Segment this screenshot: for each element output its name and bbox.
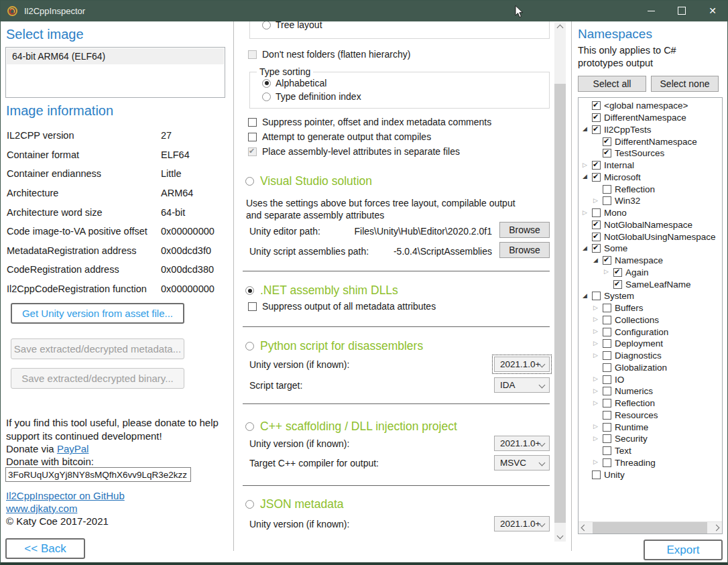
- shim-dlls-option[interactable]: .NET assembly shim DLLs: [245, 284, 398, 298]
- flatten-hierarchy-checkbox[interactable]: [248, 50, 257, 59]
- alphabetical-option[interactable]: Alphabetical: [262, 78, 326, 88]
- namespace-checkbox[interactable]: [603, 339, 611, 348]
- namespace-checkbox[interactable]: [592, 208, 601, 217]
- expander-icon[interactable]: [583, 209, 592, 216]
- namespace-checkbox[interactable]: [603, 328, 611, 336]
- tree-item[interactable]: Win32: [579, 195, 722, 207]
- namespace-checkbox[interactable]: [592, 125, 601, 134]
- back-button[interactable]: << Back: [5, 538, 85, 559]
- tree-item[interactable]: Reflection: [579, 397, 722, 410]
- flatten-hierarchy-option[interactable]: Don't nest folders (flatten hierarchy): [248, 48, 410, 60]
- option-checkbox[interactable]: [248, 133, 257, 141]
- expander-icon[interactable]: [593, 435, 603, 442]
- tree-item[interactable]: SameLeafName: [579, 278, 722, 290]
- maximize-button[interactable]: [666, 0, 697, 21]
- scrollbar-thumb[interactable]: [554, 84, 566, 523]
- alphabetical-radio[interactable]: [262, 79, 271, 88]
- namespace-checkbox[interactable]: [603, 256, 611, 265]
- scroll-left-button[interactable]: [579, 522, 590, 533]
- tree-item[interactable]: Reflection: [579, 183, 722, 195]
- namespace-checkbox[interactable]: [613, 268, 622, 277]
- tree-item[interactable]: NotGlobalNamespace: [579, 219, 722, 231]
- expander-icon[interactable]: [583, 125, 592, 132]
- unity-script-assemblies-value[interactable]: -5.0.4\ScriptAssemblies: [393, 246, 492, 257]
- namespace-checkbox[interactable]: [592, 161, 601, 170]
- option-checkbox-row[interactable]: Attempt to generate output that compiles: [248, 129, 555, 144]
- shim-dlls-radio[interactable]: [245, 286, 254, 295]
- tree-item[interactable]: Deployment: [579, 338, 722, 350]
- tree-item[interactable]: Namespace: [579, 255, 722, 267]
- option-checkbox[interactable]: [248, 147, 257, 156]
- namespace-checkbox[interactable]: [603, 434, 611, 443]
- python-script-radio[interactable]: [245, 342, 254, 351]
- bitcoin-address-input[interactable]: [5, 467, 191, 482]
- type-def-index-option[interactable]: Type definition index: [262, 91, 361, 102]
- browse-assemblies-path-button[interactable]: Browse: [499, 242, 550, 258]
- namespace-checkbox[interactable]: [603, 351, 611, 360]
- scrollbar-thumb[interactable]: [593, 522, 707, 533]
- json-metadata-option[interactable]: JSON metadata: [245, 497, 344, 511]
- expander-icon[interactable]: [583, 162, 592, 168]
- tree-item[interactable]: Unity: [579, 468, 722, 481]
- cpp-scaffolding-option[interactable]: C++ scaffolding / DLL injection project: [245, 420, 457, 434]
- select-none-button[interactable]: Select none: [651, 76, 719, 92]
- namespace-checkbox[interactable]: [592, 244, 601, 253]
- namespaces-tree[interactable]: <global namespace> DifferentNamespace Il…: [578, 97, 723, 534]
- namespace-checkbox[interactable]: [592, 292, 601, 300]
- tree-item[interactable]: Diagnostics: [579, 350, 722, 362]
- scroll-down-button[interactable]: [554, 530, 566, 542]
- expander-icon[interactable]: [593, 316, 603, 322]
- tree-item[interactable]: Collections: [579, 314, 722, 326]
- namespace-checkbox[interactable]: [603, 411, 611, 420]
- cpp-compiler-combo[interactable]: MSVC: [494, 455, 550, 470]
- namespace-checkbox[interactable]: [603, 304, 611, 312]
- browse-editor-path-button[interactable]: Browse: [499, 222, 550, 238]
- json-metadata-radio[interactable]: [245, 500, 254, 509]
- tree-item[interactable]: <global namespace>: [579, 100, 722, 112]
- image-listbox[interactable]: 64-bit ARM64 (ELF64): [5, 47, 225, 98]
- expander-icon[interactable]: [593, 399, 603, 406]
- script-target-combo[interactable]: IDA: [494, 377, 550, 393]
- tree-item[interactable]: Buffers: [579, 302, 722, 314]
- suppress-metadata-attributes-option[interactable]: Suppress output of all metadata attribut…: [248, 300, 436, 312]
- tree-layout-radio[interactable]: [262, 21, 271, 29]
- tree-item[interactable]: Configuration: [579, 326, 722, 338]
- tree-item[interactable]: Mono: [579, 207, 722, 219]
- paypal-link[interactable]: PayPal: [57, 443, 89, 454]
- tree-item[interactable]: Again: [579, 267, 722, 279]
- tree-item[interactable]: Some: [579, 243, 722, 255]
- namespace-checkbox[interactable]: [592, 233, 601, 241]
- tree-item[interactable]: Numerics: [579, 385, 722, 397]
- tree-item[interactable]: Runtime: [579, 421, 722, 433]
- save-metadata-button[interactable]: Save extracted/decrypted metadata...: [11, 338, 184, 359]
- expander-icon[interactable]: [583, 173, 592, 180]
- namespace-checkbox[interactable]: [603, 446, 611, 455]
- namespace-checkbox[interactable]: [603, 458, 611, 467]
- python-script-option[interactable]: Python script for disassemblers: [245, 339, 423, 353]
- tree-item[interactable]: Security: [579, 433, 722, 445]
- namespace-checkbox[interactable]: [603, 137, 611, 146]
- expander-icon[interactable]: [593, 423, 603, 430]
- tree-item[interactable]: Il2CppTests: [579, 124, 722, 136]
- namespace-checkbox[interactable]: [613, 280, 622, 289]
- tree-item[interactable]: IO: [579, 373, 722, 385]
- expander-icon[interactable]: [593, 328, 603, 334]
- tree-item[interactable]: TestSources: [579, 147, 722, 160]
- tree-item[interactable]: Internal: [579, 160, 722, 172]
- tree-item[interactable]: System: [579, 290, 722, 302]
- tree-item[interactable]: DifferentNamespace: [579, 135, 722, 147]
- namespace-checkbox[interactable]: [603, 423, 611, 432]
- image-list-item[interactable]: 64-bit ARM64 (ELF64): [7, 48, 224, 64]
- expander-icon[interactable]: [583, 245, 592, 251]
- unity-editor-path-value[interactable]: Files\Unity\Hub\Editor\2020.2.0f1: [355, 226, 492, 237]
- expander-icon[interactable]: [593, 375, 603, 382]
- expander-icon[interactable]: [593, 197, 603, 204]
- json-unity-version-combo[interactable]: 2021.1.0+: [494, 516, 550, 531]
- tree-item[interactable]: Threading: [579, 457, 722, 469]
- python-unity-version-combo[interactable]: 2021.1.0+: [494, 357, 550, 372]
- vs-solution-option[interactable]: Visual Studio solution: [245, 174, 372, 188]
- tree-item[interactable]: NotGlobalUsingNamespace: [579, 231, 722, 243]
- tree-horizontal-scrollbar[interactable]: [579, 521, 722, 533]
- namespace-checkbox[interactable]: [603, 185, 611, 194]
- type-def-index-radio[interactable]: [262, 92, 271, 101]
